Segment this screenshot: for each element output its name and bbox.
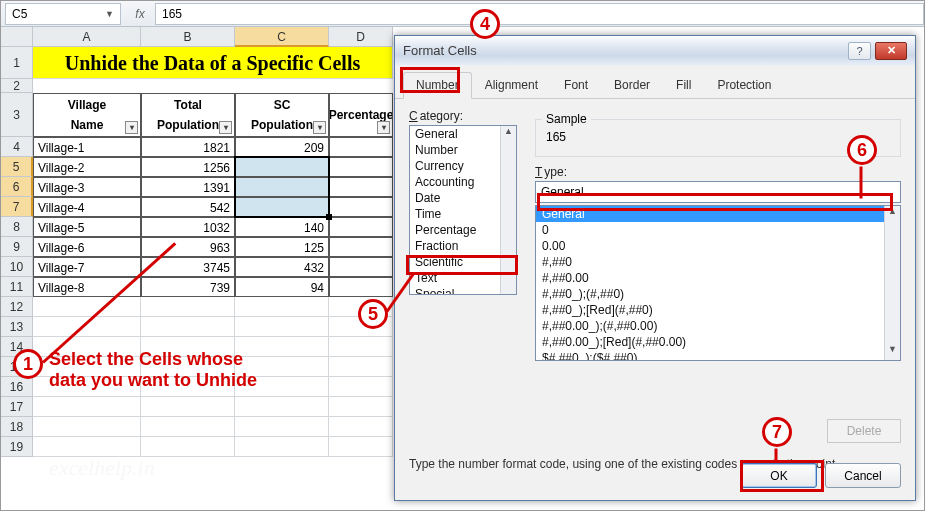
type-listbox[interactable]: General00.00#,##0#,##0.00#,##0_);(#,##0)… — [535, 205, 901, 361]
tab-alignment[interactable]: Alignment — [472, 72, 551, 99]
row-header-18[interactable]: 18 — [1, 417, 33, 437]
cell-pop[interactable]: 1821 — [141, 137, 235, 157]
type-input[interactable] — [535, 181, 901, 203]
row-header-17[interactable]: 17 — [1, 397, 33, 417]
empty-cell[interactable] — [329, 377, 393, 397]
empty-cell[interactable] — [141, 317, 235, 337]
cell-pop[interactable]: 542 — [141, 197, 235, 217]
empty-cell[interactable] — [329, 337, 393, 357]
tab-font[interactable]: Font — [551, 72, 601, 99]
select-all-corner[interactable] — [1, 27, 33, 47]
empty-cell[interactable] — [141, 297, 235, 317]
cell-pct[interactable] — [329, 157, 393, 177]
name-box-dropdown-icon[interactable]: ▼ — [105, 9, 114, 19]
formula-input[interactable]: 165 — [155, 3, 924, 25]
category-listbox[interactable]: GeneralNumberCurrencyAccountingDateTimeP… — [409, 125, 517, 295]
tab-fill[interactable]: Fill — [663, 72, 704, 99]
row-header-4[interactable]: 4 — [1, 137, 33, 157]
cell-sc[interactable]: 125 — [235, 237, 329, 257]
empty-cell[interactable] — [235, 317, 329, 337]
cell-pop[interactable]: 1391 — [141, 177, 235, 197]
col-header-A[interactable]: A — [33, 27, 141, 47]
cell-sc[interactable]: 94 — [235, 277, 329, 297]
cell-name[interactable]: Village-6 — [33, 237, 141, 257]
cell-pct[interactable] — [329, 237, 393, 257]
close-button[interactable]: ✕ — [875, 42, 907, 60]
header-2[interactable]: SCPopulation▾ — [235, 93, 329, 137]
empty-cell[interactable] — [235, 297, 329, 317]
row-header-7[interactable]: 7 — [1, 197, 33, 217]
cell-name[interactable]: Village-2 — [33, 157, 141, 177]
cell-sc[interactable] — [235, 177, 329, 197]
empty-cell[interactable] — [329, 417, 393, 437]
cell-pct[interactable] — [329, 217, 393, 237]
fx-icon[interactable]: fx — [129, 4, 151, 24]
type-item[interactable]: #,##0_);[Red](#,##0) — [536, 302, 900, 318]
type-item[interactable]: #,##0_);(#,##0) — [536, 286, 900, 302]
header-1[interactable]: TotalPopulation▾ — [141, 93, 235, 137]
cell-sc[interactable] — [235, 197, 329, 217]
row-header-9[interactable]: 9 — [1, 237, 33, 257]
help-button[interactable]: ? — [848, 42, 871, 60]
empty-cell[interactable] — [329, 397, 393, 417]
row-header-2[interactable]: 2 — [1, 79, 33, 93]
type-item[interactable]: 0.00 — [536, 238, 900, 254]
cell-name[interactable]: Village-1 — [33, 137, 141, 157]
ok-button[interactable]: OK — [741, 463, 817, 488]
tab-protection[interactable]: Protection — [704, 72, 784, 99]
scrollbar[interactable]: ▲ — [500, 126, 516, 294]
empty-cell[interactable] — [33, 417, 141, 437]
row-header-8[interactable]: 8 — [1, 217, 33, 237]
cell-pct[interactable] — [329, 197, 393, 217]
row-header-6[interactable]: 6 — [1, 177, 33, 197]
row-header-12[interactable]: 12 — [1, 297, 33, 317]
row-header-10[interactable]: 10 — [1, 257, 33, 277]
cell-pop[interactable]: 1256 — [141, 157, 235, 177]
cell-sc[interactable]: 432 — [235, 257, 329, 277]
row-header-1[interactable]: 1 — [1, 47, 33, 79]
type-item[interactable]: #,##0.00_);(#,##0.00) — [536, 318, 900, 334]
col-header-B[interactable]: B — [141, 27, 235, 47]
row-header-16[interactable]: 16 — [1, 377, 33, 397]
scrollbar[interactable]: ▲▼ — [884, 206, 900, 360]
empty-cell[interactable] — [141, 417, 235, 437]
cell-name[interactable]: Village-5 — [33, 217, 141, 237]
cell-pop[interactable]: 739 — [141, 277, 235, 297]
cell-name[interactable]: Village-3 — [33, 177, 141, 197]
cell-pct[interactable] — [329, 257, 393, 277]
cell-pct[interactable] — [329, 177, 393, 197]
row-header-19[interactable]: 19 — [1, 437, 33, 457]
tab-border[interactable]: Border — [601, 72, 663, 99]
tab-number[interactable]: Number — [403, 72, 472, 99]
cell-pct[interactable] — [329, 137, 393, 157]
empty-cell[interactable] — [329, 357, 393, 377]
cancel-button[interactable]: Cancel — [825, 463, 901, 488]
type-item[interactable]: $#,##0_);($#,##0) — [536, 350, 900, 361]
cell-sc[interactable]: 140 — [235, 217, 329, 237]
col-header-D[interactable]: D — [329, 27, 393, 47]
cell-pct[interactable] — [329, 277, 393, 297]
empty-cell[interactable] — [141, 397, 235, 417]
empty-cell[interactable] — [235, 417, 329, 437]
row-header-5[interactable]: 5 — [1, 157, 33, 177]
type-item[interactable]: General — [536, 206, 900, 222]
empty-cell[interactable] — [235, 397, 329, 417]
type-item[interactable]: 0 — [536, 222, 900, 238]
type-item[interactable]: #,##0.00_);[Red](#,##0.00) — [536, 334, 900, 350]
type-item[interactable]: #,##0 — [536, 254, 900, 270]
name-box[interactable]: C5 ▼ — [5, 3, 121, 25]
empty-cell[interactable] — [235, 437, 329, 457]
cell-pop[interactable]: 963 — [141, 237, 235, 257]
row-header-13[interactable]: 13 — [1, 317, 33, 337]
type-item[interactable]: #,##0.00 — [536, 270, 900, 286]
title-cell[interactable]: Unhide the Data of a Specific Cells — [33, 47, 393, 79]
header-0[interactable]: VillageName▾ — [33, 93, 141, 137]
dialog-titlebar[interactable]: Format Cells ? ✕ — [395, 36, 915, 65]
cell-name[interactable]: Village-4 — [33, 197, 141, 217]
empty-cell[interactable] — [33, 397, 141, 417]
cell-sc[interactable]: 209 — [235, 137, 329, 157]
cell-name[interactable]: Village-7 — [33, 257, 141, 277]
cell-pop[interactable]: 1032 — [141, 217, 235, 237]
row-header-3[interactable]: 3 — [1, 93, 33, 137]
empty-cell[interactable] — [33, 437, 141, 457]
